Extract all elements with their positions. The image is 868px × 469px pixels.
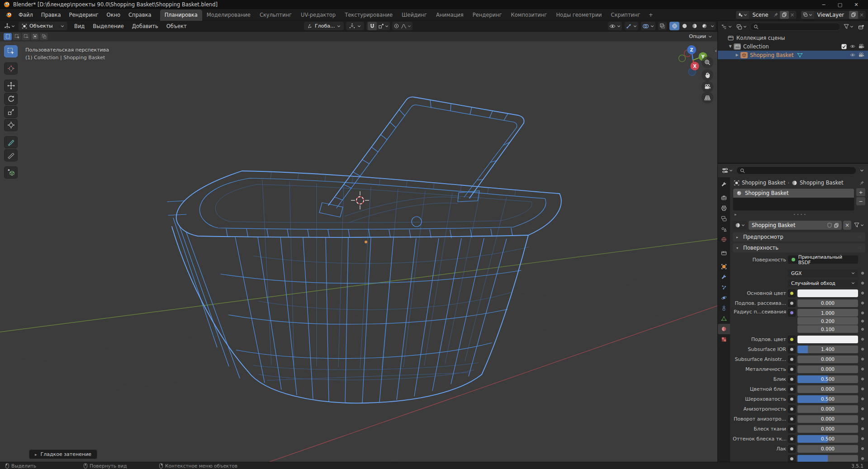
filter-icon[interactable] [842, 23, 855, 31]
tab-modifiers-properties[interactable] [718, 272, 730, 282]
collapse-icon[interactable]: ▼ [727, 44, 733, 48]
outliner-row-scene-collection[interactable]: Коллекция сцены [718, 33, 868, 42]
decorator-dot[interactable] [860, 348, 865, 351]
perspective-toggle-button[interactable] [702, 92, 713, 104]
tool-measure-button[interactable] [4, 149, 18, 161]
close-button[interactable]: ✕ [848, 0, 864, 9]
decorator-dot[interactable] [860, 272, 865, 275]
tab-scene-properties[interactable] [718, 224, 730, 234]
outliner-row-shopping-basket[interactable]: ▶Shopping Basket [718, 51, 868, 59]
value-slider[interactable]: 0.000 [797, 299, 858, 307]
view-layer-name[interactable]: ViewLayer [814, 12, 847, 18]
tab-physics-properties[interactable] [718, 293, 730, 303]
workspace-tab-layout[interactable]: Планировка [160, 9, 202, 21]
tab-collection-properties[interactable] [718, 248, 730, 258]
decorator-dot[interactable] [860, 378, 865, 380]
workspace-tab-modeling[interactable]: Моделирование [202, 9, 255, 21]
decorator-dot[interactable] [860, 328, 865, 331]
tab-tool-properties[interactable] [718, 179, 730, 189]
tool-select-box-button[interactable] [4, 45, 18, 57]
view-layer-icon[interactable] [801, 11, 814, 19]
select-mode-intersect-button[interactable] [40, 33, 48, 40]
minimize-button[interactable]: ─ [816, 0, 832, 9]
tab-world-properties[interactable] [718, 234, 730, 245]
operator-panel[interactable]: ▸ Гладкое затенение [29, 450, 97, 459]
menu-render[interactable]: Рендеринг [65, 9, 103, 21]
node-socket-button[interactable] [788, 365, 796, 373]
viewport-menu-object[interactable]: Объект [162, 21, 191, 32]
scene-name[interactable]: Scene [749, 12, 771, 18]
node-socket-button[interactable] [788, 405, 796, 413]
unlink-material-button[interactable]: × [843, 221, 851, 230]
node-socket-button[interactable] [788, 435, 796, 443]
value-slider[interactable]: 0.200 [797, 317, 858, 325]
xray-toggle[interactable] [658, 22, 667, 30]
value-slider[interactable]: 0.000 [797, 405, 858, 413]
viewport-menu-view[interactable]: Вид [70, 21, 89, 32]
gizmos-dropdown[interactable] [625, 22, 638, 30]
workspace-tab-animation[interactable]: Анимация [432, 9, 468, 21]
decorator-dot[interactable] [860, 302, 865, 304]
color-swatch[interactable] [797, 289, 858, 297]
node-socket-button[interactable] [788, 299, 796, 307]
decorator-dot[interactable] [860, 457, 865, 460]
tool-rotate-button[interactable] [4, 93, 18, 105]
node-socket-button[interactable] [788, 309, 796, 317]
tab-view-layer-properties[interactable] [718, 213, 730, 224]
view-layer-remove-button[interactable]: × [859, 12, 864, 18]
node-socket-button[interactable] [788, 415, 796, 423]
tool-move-button[interactable] [4, 80, 18, 92]
gizmo-minus-y-ball[interactable] [679, 55, 686, 62]
breadcrumb-object[interactable]: Shopping Basket [742, 180, 785, 186]
scene-icon[interactable] [736, 11, 749, 19]
workspace-tab-compositing[interactable]: Композитинг [507, 9, 552, 21]
add-slot-button[interactable]: + [856, 188, 865, 196]
workspace-tab-rendering[interactable]: Рендеринг [468, 9, 507, 21]
workspace-tab-texture-paint[interactable]: Текстурирование [340, 9, 397, 21]
magnet-icon[interactable] [368, 22, 377, 30]
snap-target-dropdown[interactable] [378, 23, 389, 29]
tab-output-properties[interactable] [718, 203, 730, 213]
editor-type-button[interactable] [3, 22, 16, 30]
tab-material-properties[interactable] [718, 324, 730, 334]
viewport-menu-add[interactable]: Добавить [128, 21, 162, 32]
value-slider[interactable]: 1.400 [797, 346, 858, 353]
menu-edit[interactable]: Правка [37, 9, 65, 21]
decorator-dot[interactable] [860, 282, 865, 284]
pan-hand-button[interactable] [702, 69, 713, 81]
value-slider[interactable]: 0.000 [797, 415, 858, 423]
decorator-dot[interactable] [860, 407, 865, 410]
node-socket-button[interactable] [788, 455, 796, 462]
options-dropdown[interactable]: Опции [687, 33, 714, 39]
node-socket-button[interactable] [788, 375, 796, 383]
decorator-dot[interactable] [860, 338, 865, 341]
fake-user-shield-icon[interactable] [827, 223, 832, 228]
properties-options-dropdown[interactable] [859, 166, 865, 175]
mode-dropdown[interactable]: Объекты [19, 22, 67, 30]
eye-icon[interactable] [850, 52, 855, 57]
node-socket-button[interactable] [788, 289, 796, 297]
checkbox-icon[interactable] [841, 44, 847, 49]
select-mode-invert-button[interactable] [31, 33, 39, 40]
shopping-basket-wireframe[interactable] [167, 97, 561, 403]
color-swatch[interactable] [797, 336, 858, 343]
dropdown-field[interactable]: Случайный обход [788, 280, 858, 287]
shading-material-button[interactable] [689, 22, 699, 30]
outliner-item-label[interactable]: Коллекция сцены [736, 35, 785, 41]
new-collection-button[interactable] [857, 23, 866, 31]
tool-transform-button[interactable] [4, 119, 18, 131]
decorator-dot[interactable] [860, 437, 865, 440]
list-grip-handle[interactable]: ∙∙∙∙ [793, 212, 807, 217]
shading-options-dropdown[interactable] [709, 22, 716, 30]
overlays-dropdown[interactable] [641, 22, 655, 30]
dropdown-field[interactable]: GGX [788, 270, 858, 277]
value-slider[interactable]: 0.000 [797, 385, 858, 393]
menu-file[interactable]: Файл [14, 9, 37, 21]
value-slider[interactable]: 0.500 [797, 375, 858, 383]
tool-add-cube-button[interactable] [4, 166, 18, 179]
workspace-tab-sculpting[interactable]: Скульптинг [255, 9, 296, 21]
copy-icon[interactable] [834, 223, 839, 228]
decorator-dot[interactable] [860, 427, 865, 430]
tab-constraints-properties[interactable] [718, 303, 730, 313]
decorator-dot[interactable] [860, 312, 865, 314]
